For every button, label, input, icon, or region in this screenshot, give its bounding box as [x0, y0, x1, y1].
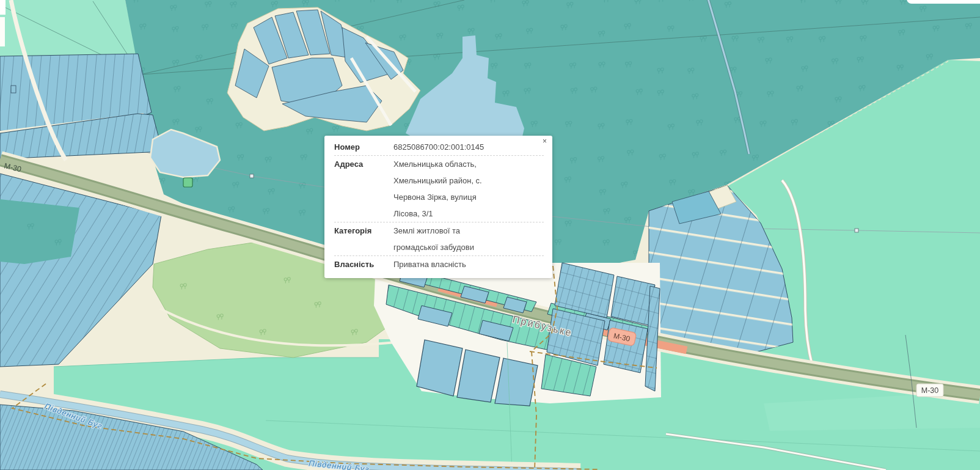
- popup-row-ownership: Власність Приватна власність: [334, 256, 544, 273]
- field-value-ownership: Приватна власність: [393, 256, 505, 273]
- edge-white-top-left: [0, 0, 5, 15]
- road-shield-right: М-30: [916, 384, 943, 397]
- parcel-info-popup: × Номер 6825086700:02:001:0145 Адреса Хм…: [324, 136, 552, 278]
- edge-white-left: [0, 17, 5, 46]
- field-value-category: Землі житлової та громадської забудови: [393, 222, 505, 255]
- road-label-right: М-30: [921, 386, 939, 395]
- field-value-address: Хмельницька область, Хмельницький район,…: [393, 156, 505, 222]
- green-area-marker: [183, 178, 192, 187]
- field-label-ownership: Власність: [334, 256, 393, 273]
- field-label-number: Номер: [334, 139, 393, 155]
- field-label-address: Адреса: [334, 156, 393, 222]
- cadastral-map-view: М-30 М-30 М-30 Прибузьке Південний Буг П…: [0, 0, 980, 470]
- popup-close-button[interactable]: ×: [543, 138, 547, 145]
- forest-patch-left: [0, 199, 79, 264]
- popup-row-address: Адреса Хмельницька область, Хмельницький…: [334, 156, 544, 222]
- popup-row-number: Номер 6825086700:02:001:0145: [334, 139, 544, 155]
- edge-white-notch-top-right: [907, 0, 980, 4]
- small-parcel-marker: [11, 86, 16, 93]
- field-label-category: Категорія: [334, 222, 393, 255]
- field-value-number: 6825086700:02:001:0145: [393, 139, 505, 155]
- popup-row-category: Категорія Землі житлової та громадської …: [334, 222, 544, 255]
